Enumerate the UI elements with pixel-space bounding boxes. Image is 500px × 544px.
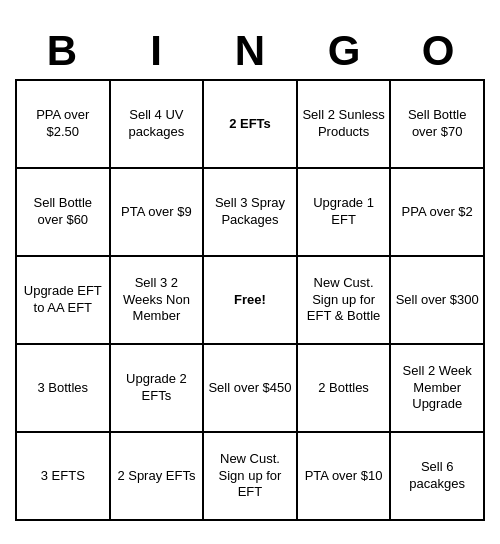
cell-2-2: Free!	[203, 256, 297, 344]
cell-2-0: Upgrade EFT to AA EFT	[16, 256, 110, 344]
cell-1-1: PTA over $9	[110, 168, 204, 256]
header-n: N	[203, 23, 297, 79]
cell-4-2: New Cust. Sign up for EFT	[203, 432, 297, 520]
header-b: B	[15, 23, 109, 79]
cell-0-0: PPA over $2.50	[16, 80, 110, 168]
header-g: G	[297, 23, 391, 79]
cell-1-2: Sell 3 Spray Packages	[203, 168, 297, 256]
header-o: O	[391, 23, 485, 79]
cell-3-1: Upgrade 2 EFTs	[110, 344, 204, 432]
cell-4-3: PTA over $10	[297, 432, 391, 520]
cell-3-0: 3 Bottles	[16, 344, 110, 432]
bingo-card: B I N G O PPA over $2.50Sell 4 UV packag…	[15, 23, 485, 521]
cell-0-3: Sell 2 Sunless Products	[297, 80, 391, 168]
bingo-grid: PPA over $2.50Sell 4 UV packages2 EFTsSe…	[15, 79, 485, 521]
cell-1-4: PPA over $2	[390, 168, 484, 256]
cell-3-3: 2 Bottles	[297, 344, 391, 432]
cell-2-1: Sell 3 2 Weeks Non Member	[110, 256, 204, 344]
cell-2-4: Sell over $300	[390, 256, 484, 344]
cell-2-3: New Cust. Sign up for EFT & Bottle	[297, 256, 391, 344]
cell-1-0: Sell Bottle over $60	[16, 168, 110, 256]
cell-3-2: Sell over $450	[203, 344, 297, 432]
cell-0-2: 2 EFTs	[203, 80, 297, 168]
cell-1-3: Upgrade 1 EFT	[297, 168, 391, 256]
cell-4-4: Sell 6 pacakges	[390, 432, 484, 520]
cell-0-4: Sell Bottle over $70	[390, 80, 484, 168]
cell-3-4: Sell 2 Week Member Upgrade	[390, 344, 484, 432]
cell-4-0: 3 EFTS	[16, 432, 110, 520]
cell-4-1: 2 Spray EFTs	[110, 432, 204, 520]
bingo-header: B I N G O	[15, 23, 485, 79]
cell-0-1: Sell 4 UV packages	[110, 80, 204, 168]
header-i: I	[109, 23, 203, 79]
